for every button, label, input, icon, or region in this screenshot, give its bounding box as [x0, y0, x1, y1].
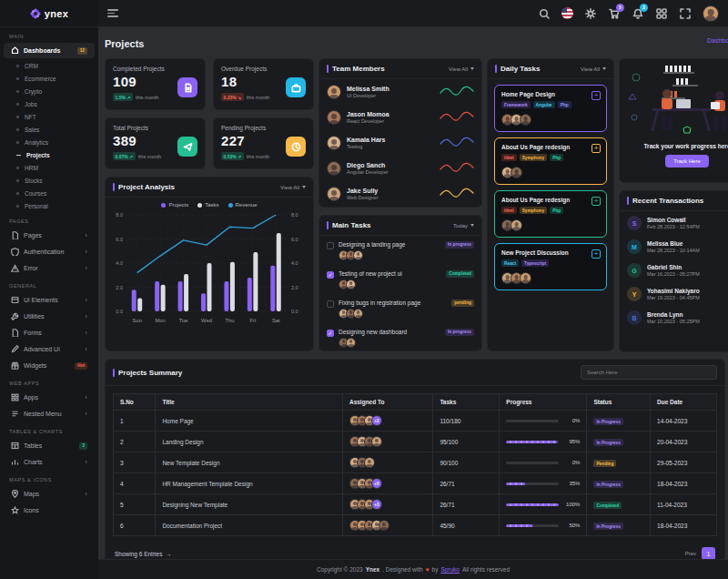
page-1-button[interactable]: 1 — [702, 547, 715, 559]
sidebar-item-apps[interactable]: Apps› — [4, 390, 95, 405]
sidebar-item-charts[interactable]: Charts› — [4, 454, 95, 470]
table-search-input[interactable] — [581, 365, 717, 380]
task-checkbox[interactable]: ✓ — [327, 330, 334, 337]
add-task-icon[interactable]: + — [592, 144, 601, 153]
stat-card-pending-projects[interactable]: Pending Projects2270.53% ↗this month — [213, 117, 314, 169]
add-task-icon[interactable]: + — [592, 91, 601, 100]
team-members-panel: Team Members View All Melissa SmithUI De… — [318, 58, 482, 208]
view-all-button[interactable]: View All — [280, 185, 306, 190]
transaction-name: Melissa Blue — [647, 240, 700, 247]
sidebar-subitem-hrm[interactable]: HRM — [0, 161, 98, 174]
brand-name: Ynex — [366, 566, 380, 573]
sidebar-subitem-courses[interactable]: Courses — [0, 187, 98, 199]
sidebar-item-dashboards[interactable]: Dashboards12 — [4, 43, 95, 58]
task-checkbox[interactable] — [327, 300, 334, 308]
sidebar-subitem-projects[interactable]: Projects — [0, 148, 98, 161]
sidebar-item-error[interactable]: Error› — [4, 260, 95, 276]
table-row[interactable]: 1Home Page+2110/1800%In Progress14-04-20… — [114, 411, 717, 432]
daily-task-card[interactable]: About Us Page redesign+HtmlSymphonyPhp — [494, 137, 607, 185]
daily-task-tags: HtmlSymphonyPhp — [501, 154, 600, 161]
sidebar-subitem-jobs[interactable]: Jobs — [0, 97, 98, 110]
credit-link[interactable]: Spruko — [440, 566, 460, 573]
stat-card-overdue-projects[interactable]: Overdue Projects180.23% ↘this month — [213, 58, 314, 110]
task-checkbox[interactable]: ✓ — [327, 271, 334, 279]
country-flag-icon[interactable] — [561, 7, 573, 19]
team-member-row[interactable]: Jason MomoaReact Developer — [319, 105, 481, 130]
progress-fill — [506, 482, 524, 485]
sidebar-item-widgets[interactable]: WidgetsHot — [4, 358, 95, 373]
hamburger-menu-icon[interactable] — [107, 7, 118, 19]
daily-task-tags: FrameworkAngularPhp — [501, 101, 600, 108]
sidebar-item-pages[interactable]: Pages› — [4, 228, 95, 243]
team-member-row[interactable]: Jake SullyWeb Designer — [319, 181, 481, 207]
notifications-icon[interactable]: 3 — [632, 7, 644, 20]
sidebar-subitem-ecommerce[interactable]: Ecommerce — [0, 72, 98, 85]
transaction-row[interactable]: MMelissa BlueMar 28,2023 - 10:14AM — [620, 235, 728, 259]
chevron-down-icon — [602, 67, 606, 70]
prev-page-button[interactable]: Prev — [685, 551, 696, 556]
apps-grid-icon[interactable] — [655, 7, 668, 20]
sidebar-item-maps[interactable]: Maps› — [4, 486, 95, 502]
column-header-assignedto: Assigned To — [342, 394, 432, 411]
sidebar-item-utilities[interactable]: Utilities› — [4, 309, 95, 324]
sidebar-item-nested-menu[interactable]: Nested Menu› — [4, 406, 95, 422]
app-logo[interactable]: ynex — [0, 0, 98, 27]
cell-title: Documentation Project — [156, 515, 343, 536]
add-task-icon[interactable]: + — [592, 197, 601, 206]
task-checkbox[interactable] — [327, 242, 334, 249]
sidebar-subitem-sales[interactable]: Sales — [0, 123, 98, 136]
breadcrumb[interactable]: Dashboards / Projects — [707, 37, 728, 44]
transaction-row[interactable]: YYohasimi NakiyaroMar 19,2023 - 04:45PM — [620, 282, 728, 306]
sidebar-item-ui-elements[interactable]: Ui Elements› — [4, 292, 95, 308]
daily-task-card[interactable]: About Us Page redesign+HtmlSymphonyPhp — [494, 190, 607, 238]
chevron-right-icon: › — [85, 232, 87, 239]
sidebar-section-label: Web Apps — [0, 374, 98, 389]
fullscreen-icon[interactable] — [679, 7, 692, 20]
sidebar-item-advanced-ui[interactable]: Advanced Ui› — [4, 341, 95, 357]
sidebar-subitem-stocks[interactable]: Stocks — [0, 174, 98, 187]
team-member-row[interactable]: Melissa SmithUI Developer — [319, 79, 481, 105]
table-row[interactable]: 4HR Management Template Design+526/7135%… — [114, 473, 717, 494]
main-task-row[interactable]: Designing a landing pageIn progress — [319, 236, 481, 265]
table-row[interactable]: 5Designing New Template+326/71100%Comple… — [114, 494, 717, 515]
sidebar-subitem-analytics[interactable]: Analytics — [0, 136, 98, 148]
transaction-row[interactable]: BBrenda LynnMar 10,2023 - 05:25PM — [620, 306, 728, 330]
search-icon[interactable] — [538, 7, 551, 20]
team-member-row[interactable]: Diego SanchAngular Developer — [319, 156, 481, 181]
main-task-row[interactable]: ✓Designing new dashboardIn progress — [319, 323, 481, 351]
main-task-row[interactable]: ✓Testing of new project uiCompleted — [319, 265, 481, 294]
table-row[interactable]: 2Landing Design95/10095%In Progress20-04… — [114, 432, 717, 452]
table-row[interactable]: 6Documentation Project45/9050%In Progres… — [114, 515, 717, 536]
stat-period: this month — [247, 154, 269, 159]
transaction-avatar: S — [627, 216, 642, 230]
cell-sno: 1 — [114, 411, 156, 432]
daily-task-card[interactable]: Home Page Design+FrameworkAngularPhp — [494, 85, 607, 132]
sidebar-subitem-label: Stocks — [25, 178, 43, 184]
stat-card-total-projects[interactable]: Total Projects3890.67% ↗this month — [105, 117, 206, 169]
sidebar-subitem-personal[interactable]: Personal — [0, 199, 98, 212]
cart-icon[interactable]: 5 — [608, 7, 621, 20]
stat-card-completed-projects[interactable]: Completed Projects1091.5% ↗this month — [105, 58, 206, 110]
theme-toggle-icon[interactable] — [584, 7, 597, 20]
daily-task-card[interactable]: New Project Discussion+ReactTypescript — [494, 243, 607, 290]
sidebar-subitem-crm[interactable]: CRM — [0, 59, 98, 72]
today-filter-button[interactable]: Today — [453, 223, 474, 229]
sidebar-item-icons[interactable]: Icons — [4, 503, 95, 518]
assigned-avatars: +5 — [349, 478, 426, 489]
sidebar-subitem-crypto[interactable]: Crypto — [0, 85, 98, 97]
table-row[interactable]: 3New Template Design90/1000%Pending29-05… — [114, 452, 717, 473]
status-badge: In Progress — [593, 481, 622, 488]
sidebar-subitem-nft[interactable]: NFT — [0, 110, 98, 123]
main-task-row[interactable]: Fixing bugs in registration pagepending — [319, 294, 481, 323]
view-all-button[interactable]: View All — [581, 66, 606, 72]
daily-task-title: New Project Discussion — [501, 249, 600, 256]
sidebar-item-forms[interactable]: Forms› — [4, 325, 95, 340]
transaction-row[interactable]: SSimon CowallFeb 28,2023 - 12:54PM — [620, 211, 728, 235]
view-all-button[interactable]: View All — [449, 66, 474, 72]
team-member-row[interactable]: Kamala HarsTesting — [319, 130, 481, 156]
transaction-row[interactable]: GGabriel ShinMar 16,2023 - 05:27PM — [620, 259, 728, 282]
sidebar-item-authentication[interactable]: Authentication› — [4, 244, 95, 259]
track-here-button[interactable]: Track Here — [665, 155, 708, 168]
sidebar-item-tables[interactable]: Tables3 — [4, 438, 95, 453]
add-task-icon[interactable]: + — [592, 249, 601, 259]
